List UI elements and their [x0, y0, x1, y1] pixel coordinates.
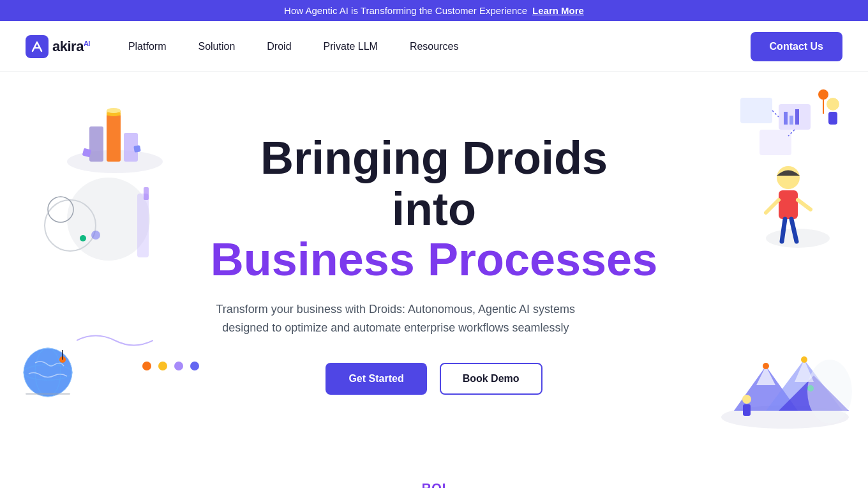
svg-point-53 [801, 356, 807, 363]
svg-point-10 [45, 200, 96, 251]
svg-line-44 [782, 219, 785, 241]
svg-point-18 [24, 365, 72, 380]
svg-line-45 [791, 219, 797, 241]
svg-marker-47 [734, 366, 798, 411]
svg-rect-35 [789, 116, 793, 125]
chart-illustration [64, 91, 166, 174]
svg-marker-48 [766, 360, 842, 411]
hero-deco-left [0, 72, 230, 468]
svg-point-9 [67, 178, 150, 261]
svg-rect-27 [740, 98, 772, 123]
svg-rect-2 [107, 114, 121, 162]
nav-resources[interactable]: Resources [410, 41, 458, 52]
main-nav: Platform Solution Droid Private LLM Reso… [128, 41, 751, 52]
svg-rect-22 [26, 393, 70, 395]
banner-text: How Agentic AI is Transforming the Custo… [284, 5, 527, 16]
svg-point-40 [777, 166, 800, 189]
hero-title-line3: Business Processes [211, 234, 657, 285]
hero-deco-right [677, 72, 868, 468]
svg-marker-49 [779, 376, 849, 411]
top-banner: How Agentic AI is Transforming the Custo… [0, 0, 868, 21]
svg-point-0 [67, 150, 163, 173]
svg-rect-28 [779, 104, 811, 130]
svg-point-11 [48, 197, 73, 222]
logo-icon [26, 35, 49, 58]
svg-rect-8 [133, 145, 141, 153]
dots-row [140, 360, 204, 372]
svg-rect-3 [124, 133, 138, 162]
contact-us-button[interactable]: Contact Us [751, 32, 842, 61]
svg-rect-34 [784, 112, 788, 125]
hero-title-line2: into [211, 184, 657, 234]
svg-point-6 [107, 108, 121, 113]
hero-subtitle: Transform your business with Droids: Aut… [211, 300, 581, 337]
svg-rect-29 [760, 130, 791, 155]
svg-point-19 [24, 348, 72, 397]
logo[interactable]: akiraAI [26, 35, 90, 58]
svg-point-20 [59, 356, 66, 363]
svg-point-37 [827, 98, 839, 111]
mountain-illustration [715, 347, 855, 430]
roi-label: ROI [0, 481, 868, 488]
nav-platform[interactable]: Platform [128, 41, 167, 52]
nav-droid[interactable]: Droid [267, 41, 291, 52]
svg-rect-5 [107, 111, 121, 116]
svg-point-32 [818, 89, 828, 100]
svg-marker-51 [795, 360, 814, 382]
path-shape [77, 328, 153, 353]
get-started-button[interactable]: Get Started [326, 363, 426, 395]
logo-svg [30, 40, 44, 54]
nav-private-llm[interactable]: Private LLM [324, 41, 378, 52]
globe-illustration [19, 340, 96, 404]
svg-rect-14 [137, 194, 149, 257]
svg-point-39 [766, 229, 830, 248]
svg-point-13 [91, 231, 100, 240]
svg-point-52 [763, 363, 769, 369]
svg-point-25 [174, 362, 183, 370]
svg-point-12 [80, 235, 86, 241]
svg-point-24 [158, 362, 167, 370]
svg-point-17 [35, 348, 61, 397]
svg-line-31 [788, 130, 795, 136]
hero-buttons: Get Started Book Demo [211, 363, 657, 395]
circles-illustration [26, 174, 166, 289]
svg-point-16 [24, 348, 72, 397]
hero-content: Bringing Droids into Business Processes … [211, 133, 657, 394]
hero-title: Bringing Droids into Business Processes [211, 133, 657, 285]
svg-point-54 [807, 385, 814, 392]
logo-text: akiraAI [52, 38, 90, 55]
banner-learn-more-link[interactable]: Learn More [532, 5, 584, 16]
logo-sup: AI [84, 39, 90, 47]
svg-point-46 [721, 406, 849, 429]
person-illustration [747, 162, 830, 264]
board-illustration [721, 85, 849, 168]
navbar: akiraAI Platform Solution Droid Private … [0, 21, 868, 72]
svg-rect-15 [144, 187, 149, 200]
svg-point-55 [742, 395, 751, 404]
hero-section: Bringing Droids into Business Processes … [0, 72, 868, 468]
svg-rect-56 [743, 404, 751, 416]
svg-rect-41 [779, 190, 798, 219]
svg-rect-36 [795, 109, 799, 125]
svg-line-30 [772, 111, 779, 117]
svg-marker-50 [756, 366, 775, 385]
roi-section: ROI [0, 468, 868, 488]
svg-point-26 [190, 362, 199, 370]
svg-line-42 [766, 200, 779, 213]
svg-point-23 [142, 362, 151, 370]
svg-point-4 [107, 111, 121, 116]
svg-rect-1 [89, 126, 103, 162]
svg-line-43 [798, 200, 811, 210]
hero-title-line1: Bringing Droids [211, 133, 657, 183]
nav-solution[interactable]: Solution [198, 41, 235, 52]
book-demo-button[interactable]: Book Demo [440, 363, 542, 395]
svg-rect-38 [828, 112, 837, 125]
svg-rect-7 [82, 148, 92, 158]
svg-point-57 [807, 360, 852, 423]
